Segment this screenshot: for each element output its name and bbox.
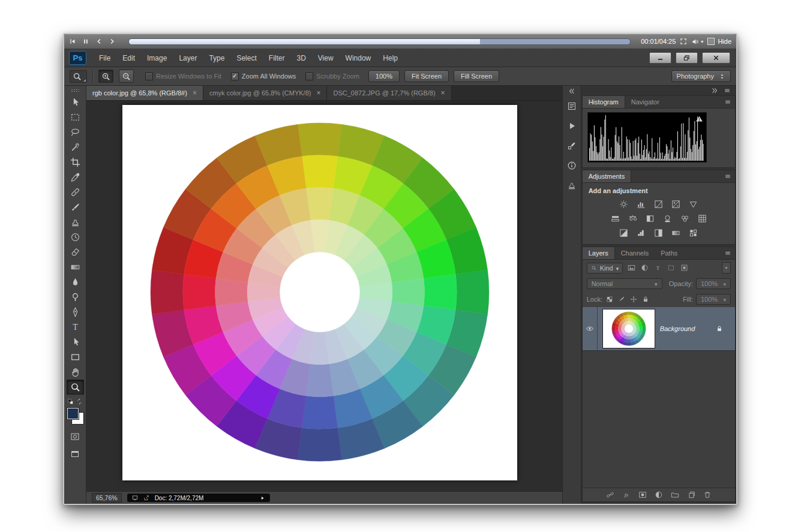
lasso-tool[interactable] [67, 125, 84, 140]
video-progress-bar[interactable] [128, 38, 631, 45]
menu-image[interactable]: Image [141, 51, 173, 65]
exposure-icon[interactable] [670, 199, 682, 209]
zoom-tool[interactable] [67, 380, 84, 395]
gradient-tool[interactable] [67, 260, 84, 275]
next-icon[interactable] [109, 38, 116, 45]
blur-tool[interactable] [67, 275, 84, 290]
healing-brush-tool[interactable] [67, 185, 84, 200]
menu-help[interactable]: Help [377, 51, 404, 65]
black-white-icon[interactable] [644, 213, 656, 224]
layer-mask-icon[interactable] [638, 491, 647, 499]
hide-checkbox[interactable] [707, 38, 715, 45]
fill-screen-button[interactable]: Fill Screen [454, 70, 499, 82]
quick-selection-tool[interactable] [67, 140, 84, 155]
curves-icon[interactable] [652, 199, 665, 209]
status-menu-arrow-icon[interactable] [260, 495, 265, 501]
collapse-right-icon[interactable] [711, 87, 718, 94]
shape-layer-filter-icon[interactable] [665, 263, 677, 273]
channel-mixer-icon[interactable] [679, 213, 691, 224]
swap-colors-icon[interactable] [76, 398, 83, 405]
panel-menu-icon[interactable] [724, 247, 731, 259]
menu-window[interactable]: Window [340, 51, 377, 65]
clone-source-icon[interactable] [565, 178, 579, 193]
tool-presets-icon[interactable] [565, 139, 579, 153]
minimize-button[interactable] [649, 52, 671, 64]
close-button[interactable] [702, 52, 730, 64]
link-layers-icon[interactable] [606, 491, 614, 499]
panel-menu-icon[interactable] [724, 96, 731, 108]
checkbox-resize-windows-to-fit[interactable]: Resize Windows to Fit [145, 73, 221, 80]
history-icon[interactable] [565, 99, 579, 113]
type-layer-filter-icon[interactable]: T [652, 263, 664, 273]
tab-paths[interactable]: Paths [655, 247, 683, 259]
document-tab[interactable]: DSC_0872.JPG @ 17,7% (RGB/8)× [327, 86, 451, 100]
marquee-tool[interactable] [67, 110, 84, 125]
hue-saturation-icon[interactable] [609, 213, 622, 224]
adjustments-tab[interactable]: Adjustments [583, 170, 632, 182]
foreground-color-swatch[interactable] [67, 408, 79, 419]
tab-layers[interactable]: Layers [583, 247, 615, 259]
menu-edit[interactable]: Edit [116, 51, 141, 65]
checkbox-box[interactable] [231, 73, 239, 80]
lock-all-icon[interactable] [641, 296, 650, 303]
maximize-button[interactable] [676, 52, 698, 64]
layer-style-icon[interactable]: fx [622, 491, 631, 499]
eyedropper-tool[interactable] [67, 170, 84, 185]
layer-visibility-toggle[interactable] [583, 307, 598, 350]
close-icon[interactable]: × [193, 89, 197, 97]
menu-layer[interactable]: Layer [173, 51, 203, 65]
skip-start-icon[interactable] [69, 38, 76, 45]
document-tab[interactable]: rgb color.jpg @ 65,8% (RGB/8#)× [86, 86, 203, 100]
photo-filter-icon[interactable] [661, 213, 674, 224]
previous-icon[interactable] [95, 38, 103, 45]
clone-stamp-tool[interactable] [67, 215, 84, 230]
quick-mask-button[interactable] [67, 429, 84, 444]
adjustment-layer-filter-icon[interactable] [639, 263, 650, 273]
levels-icon[interactable] [635, 199, 647, 209]
crop-tool[interactable] [67, 155, 84, 170]
eraser-tool[interactable] [67, 245, 84, 260]
gradient-map-icon[interactable] [670, 227, 682, 238]
checkbox-box[interactable] [305, 73, 313, 80]
brightness-contrast-icon[interactable] [617, 199, 630, 209]
brush-tool[interactable] [67, 200, 84, 215]
menu-filter[interactable]: Filter [263, 51, 291, 65]
monitor-icon[interactable] [132, 495, 138, 501]
close-icon[interactable]: × [316, 89, 320, 97]
posterize-icon[interactable] [635, 227, 647, 238]
volume-icon[interactable] [691, 38, 699, 46]
fit-screen-button[interactable]: Fit Screen [404, 70, 449, 82]
layer-thumbnail[interactable] [603, 309, 655, 348]
lock-position-icon[interactable] [629, 296, 638, 303]
histogram-warning-icon[interactable] [695, 115, 703, 123]
panel-menu-icon[interactable] [724, 170, 731, 182]
pen-tool[interactable] [67, 305, 84, 320]
default-colors-icon[interactable] [67, 398, 74, 405]
threshold-icon[interactable] [652, 227, 665, 238]
panel-menu-icon[interactable] [724, 87, 731, 94]
blend-mode-dropdown[interactable]: Normal [587, 278, 662, 289]
layer-row[interactable]: Background [583, 307, 735, 351]
type-tool[interactable]: T [67, 320, 84, 335]
vibrance-icon[interactable] [687, 199, 700, 209]
tool-preset-well[interactable] [70, 70, 87, 83]
info-icon[interactable] [565, 158, 579, 173]
menu-select[interactable]: Select [230, 51, 262, 65]
volume-caret-icon[interactable]: ▾ [701, 39, 703, 44]
smart-object-filter-icon[interactable] [679, 263, 690, 273]
lock-transparent-icon[interactable] [605, 296, 614, 303]
fill-dropdown[interactable]: 100% [696, 294, 731, 305]
new-layer-icon[interactable] [687, 491, 695, 499]
zoom-out-button[interactable] [119, 70, 134, 83]
path-selection-tool[interactable] [67, 335, 84, 350]
history-brush-tool[interactable] [67, 230, 84, 245]
actions-icon[interactable] [565, 119, 579, 133]
layer-filtering-toggle[interactable] [722, 262, 731, 273]
color-lookup-icon[interactable] [696, 213, 709, 224]
zoom-in-button[interactable] [98, 70, 113, 83]
100--button[interactable]: 100% [368, 70, 400, 82]
close-icon[interactable]: × [441, 89, 445, 97]
screen-mode-button[interactable] [67, 446, 84, 461]
opacity-dropdown[interactable]: 100% [696, 278, 731, 289]
adjustment-layer-icon[interactable] [655, 491, 663, 499]
